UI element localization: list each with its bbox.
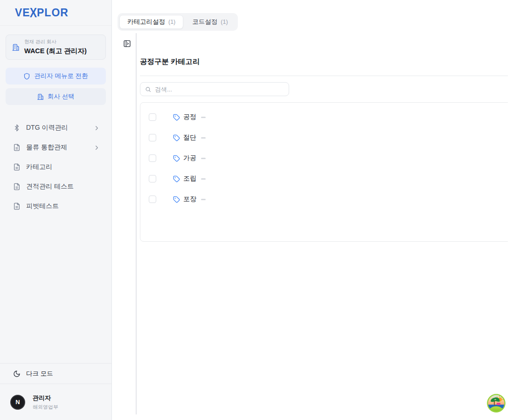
panel-left-open-icon xyxy=(123,40,131,48)
chevron-right-icon xyxy=(93,144,100,151)
tab-label: 카테고리설정 xyxy=(127,18,165,26)
island-widget-button[interactable] xyxy=(487,394,506,413)
dark-mode-toggle[interactable]: 다크 모드 xyxy=(0,363,111,384)
tag-icon xyxy=(173,196,180,203)
sidebar-item-quote-test[interactable]: 견적관리 테스트 xyxy=(6,177,106,196)
category-search xyxy=(140,82,289,96)
sidebar-item-label: 견적관리 테스트 xyxy=(26,182,74,191)
tag-icon xyxy=(173,175,180,182)
category-checkbox[interactable] xyxy=(149,113,156,121)
category-row: 공정 xyxy=(140,107,508,127)
company-name: WACE (최고 관리자) xyxy=(24,47,87,56)
moon-icon xyxy=(13,370,21,378)
user-name: 관리자 xyxy=(33,394,58,402)
dark-mode-label: 다크 모드 xyxy=(26,370,53,378)
category-row: 가공 xyxy=(140,148,508,168)
document-icon xyxy=(13,163,21,171)
current-company-card: 현재 관리 회사 WACE (최고 관리자) xyxy=(6,35,106,60)
category-checkbox[interactable] xyxy=(149,134,156,141)
category-label[interactable]: 가공 xyxy=(183,154,196,162)
category-label[interactable]: 절단 xyxy=(183,133,196,142)
settings-tabbar: 카테고리설정 (1) 코드설정 (1) xyxy=(118,13,238,31)
category-row: 조립 xyxy=(140,168,508,189)
sidebar-item-label: 카테고리 xyxy=(26,163,52,171)
category-row: 절단 xyxy=(140,127,508,148)
avatar: N xyxy=(10,395,25,410)
title-divider xyxy=(140,76,508,76)
panel-toggle-button[interactable] xyxy=(122,39,132,49)
document-icon xyxy=(13,203,21,210)
sidebar-spacer xyxy=(0,216,111,363)
page-title: 공정구분 카테고리 xyxy=(140,57,508,67)
category-label[interactable]: 포장 xyxy=(183,195,196,203)
category-list-card: 공정 절단 가공 xyxy=(140,102,508,242)
building-icon xyxy=(37,93,44,100)
category-dash xyxy=(201,199,206,200)
document-icon xyxy=(13,183,21,190)
select-company-label: 회사 선택 xyxy=(48,92,75,101)
tab-code-settings[interactable]: 코드설정 (1) xyxy=(184,15,236,29)
chevron-right-icon xyxy=(93,125,100,132)
category-dash xyxy=(201,158,206,159)
user-profile[interactable]: N 관리자 해외영업부 xyxy=(0,384,111,420)
switch-to-admin-menu-label: 관리자 메뉴로 전환 xyxy=(34,72,88,80)
select-company-button[interactable]: 회사 선택 xyxy=(6,88,106,105)
tag-icon xyxy=(173,155,180,162)
category-dash xyxy=(201,117,206,118)
category-checkbox[interactable] xyxy=(149,154,156,162)
category-dash xyxy=(201,178,206,180)
document-icon xyxy=(13,144,21,151)
tab-category-settings[interactable]: 카테고리설정 (1) xyxy=(119,15,183,29)
search-input[interactable] xyxy=(155,86,284,93)
app-window: VEXPLOR 현재 관리 회사 WACE (최고 관리자) 관리자 메뉴로 전… xyxy=(0,0,513,420)
user-texts: 관리자 해외영업부 xyxy=(33,394,58,411)
logo-text: VE xyxy=(15,7,30,19)
logo-text: PLOR xyxy=(37,7,69,19)
switch-to-admin-menu-button[interactable]: 관리자 메뉴로 전환 xyxy=(6,68,106,84)
bluetooth-icon xyxy=(13,124,21,132)
tab-count-badge: (1) xyxy=(168,19,175,25)
sidebar-item-logistics-control[interactable]: 물류 통합관제 xyxy=(6,138,106,157)
sidebar-nav: DTG 이력관리 물류 통합관제 카테고리 xyxy=(0,118,111,216)
tag-icon xyxy=(173,114,180,121)
category-dash xyxy=(201,137,206,139)
company-card-label: 현재 관리 회사 xyxy=(24,39,87,45)
shield-icon xyxy=(23,73,30,80)
building-icon xyxy=(12,43,20,51)
category-panel: 공정구분 카테고리 공정 xyxy=(140,33,508,420)
sidebar-item-pivot-test[interactable]: 피벗테스트 xyxy=(6,196,106,216)
category-label[interactable]: 조립 xyxy=(183,175,196,183)
user-department: 해외영업부 xyxy=(33,404,58,411)
main-content: 카테고리설정 (1) 코드설정 (1) 공정구분 카테고리 xyxy=(112,0,513,420)
sidebar-item-dtg-history[interactable]: DTG 이력관리 xyxy=(6,118,106,138)
vexplor-logo[interactable]: VEXPLOR xyxy=(15,7,69,19)
tab-count-badge: (1) xyxy=(221,19,228,25)
category-checkbox[interactable] xyxy=(149,196,156,203)
company-card-texts: 현재 관리 회사 WACE (최고 관리자) xyxy=(24,39,87,56)
logo-area: VEXPLOR xyxy=(0,0,111,26)
tab-label: 코드설정 xyxy=(192,18,217,26)
panel-resize-handle[interactable] xyxy=(136,33,137,414)
category-checkbox[interactable] xyxy=(149,175,156,182)
tropical-island-icon xyxy=(487,394,506,413)
sidebar-item-label: 피벗테스트 xyxy=(26,202,59,210)
sidebar-item-category[interactable]: 카테고리 xyxy=(6,157,106,177)
category-label[interactable]: 공정 xyxy=(183,113,196,121)
logo-x-glyph: X xyxy=(30,5,37,21)
sidebar-item-label: DTG 이력관리 xyxy=(26,124,68,132)
category-row: 포장 xyxy=(140,189,508,210)
sidebar: VEXPLOR 현재 관리 회사 WACE (최고 관리자) 관리자 메뉴로 전… xyxy=(0,0,112,420)
tag-icon xyxy=(173,134,180,141)
sidebar-item-label: 물류 통합관제 xyxy=(26,143,67,152)
search-icon xyxy=(145,86,151,92)
